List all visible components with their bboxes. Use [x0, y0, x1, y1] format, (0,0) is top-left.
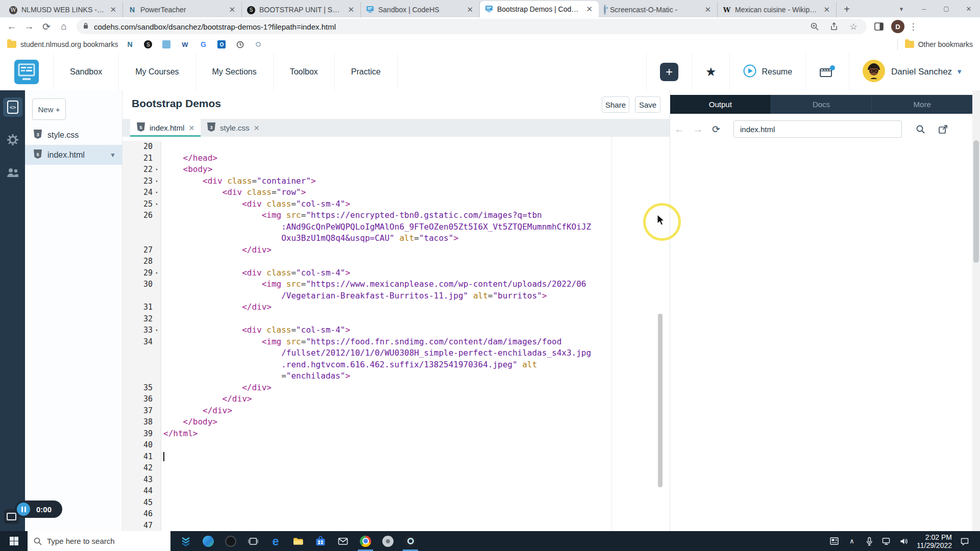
edge-icon[interactable]	[197, 531, 219, 551]
other-bookmarks-folder-icon[interactable]	[905, 41, 914, 48]
code-text[interactable]	[161, 462, 163, 474]
bookmarks-folder-icon[interactable]	[7, 41, 16, 48]
resume-button[interactable]: Resume	[729, 53, 805, 90]
code-line-35[interactable]: 35 </div>	[122, 382, 670, 394]
code-line-21[interactable]: 21 </head>	[122, 153, 670, 164]
browser-tab[interactable]: Screencast-O-Matic -✕	[599, 2, 718, 17]
files-panel-icon[interactable]: <>	[3, 97, 22, 117]
clock-icon[interactable]	[233, 38, 247, 51]
code-line-25[interactable]: 25▾ <div class="col-sm-4">	[122, 198, 670, 210]
fold-caret-icon[interactable]: ▾	[153, 198, 161, 210]
code-text[interactable]: </div>	[161, 302, 272, 313]
code-text[interactable]: Oxu3BzU1mQ8q4&usqp=CAU" alt="tacos">	[161, 233, 458, 244]
nav-my-sections[interactable]: My Sections	[195, 53, 273, 90]
bookmarks-folder-label[interactable]: student.nlmusd.org bookmarks	[20, 40, 118, 48]
user-menu[interactable]: Daniel Sanchez ▼	[849, 53, 980, 90]
google-icon[interactable]: G	[197, 38, 210, 51]
code-line-wrap[interactable]: ="enchiladas">	[122, 370, 670, 382]
tab-close-icon[interactable]: ✕	[703, 5, 712, 14]
save-button[interactable]: Save	[635, 96, 660, 113]
side-panel-icon[interactable]	[872, 19, 886, 34]
code-text[interactable]	[161, 497, 163, 509]
other-bookmarks-label[interactable]: Other bookmarks	[918, 40, 973, 48]
nav-toolbox[interactable]: Toolbox	[273, 53, 334, 90]
new-tab-button[interactable]: +	[840, 2, 854, 16]
collaborators-icon[interactable]	[3, 163, 22, 182]
browser-tab[interactable]: WMexican cuisine - Wikipedia✕	[718, 2, 837, 17]
code-line-39[interactable]: 39</html>	[122, 428, 670, 440]
editor-scrollbar[interactable]	[658, 314, 663, 487]
outlook-icon[interactable]: O	[215, 38, 228, 51]
code-text[interactable]	[161, 451, 164, 463]
store-icon[interactable]	[309, 531, 332, 551]
output-forward-icon[interactable]: →	[689, 123, 707, 135]
code-line-28[interactable]: 28	[122, 256, 670, 267]
page-scrollbar[interactable]	[972, 90, 980, 531]
code-text[interactable]: </div>	[161, 393, 252, 405]
zoom-icon[interactable]	[807, 19, 822, 34]
tab-close-icon[interactable]: ✕	[228, 5, 236, 14]
tab-close-icon[interactable]: ✕	[822, 5, 831, 14]
code-text[interactable]: /Vegetarian-Breakfast-Burritos-11.jpg" a…	[161, 290, 547, 302]
minimize-button[interactable]: –	[913, 0, 935, 17]
taskbar-search[interactable]: Type here to search	[28, 531, 170, 551]
forward-icon[interactable]: →	[20, 19, 38, 34]
tab-close-icon[interactable]: ✕	[188, 124, 194, 132]
dark-circle-icon[interactable]	[219, 531, 242, 551]
favorites-star-icon[interactable]: ★	[705, 65, 717, 79]
nav-sandbox[interactable]: Sandbox	[53, 53, 118, 90]
code-line-wrap[interactable]: /fullset/2012/10/1/0/WU0308H_simple-perf…	[122, 347, 670, 359]
code-line-32[interactable]: 32	[122, 313, 670, 325]
code-line-43[interactable]: 43	[122, 474, 670, 486]
code-text[interactable]: ="enchiladas">	[161, 370, 350, 382]
code-text[interactable]: </div>	[161, 382, 272, 394]
share-icon[interactable]	[827, 19, 841, 34]
output-tab-output[interactable]: Output	[670, 95, 771, 114]
code-line-37[interactable]: 37 </div>	[122, 405, 670, 417]
page-scrollbar-thumb[interactable]	[973, 140, 979, 263]
code-text[interactable]	[161, 508, 163, 520]
code-text[interactable]: </body>	[161, 416, 217, 428]
video-library-button[interactable]	[805, 53, 849, 90]
task-view-icon[interactable]	[242, 531, 264, 551]
file-explorer-icon[interactable]	[287, 531, 309, 551]
code-text[interactable]	[161, 313, 163, 325]
home-icon[interactable]: ⌂	[55, 19, 72, 34]
code-text[interactable]: <div class="container">	[161, 176, 316, 187]
mail-icon[interactable]	[332, 531, 354, 551]
code-line-wrap[interactable]: Oxu3BzU1mQ8q4&usqp=CAU" alt="tacos">	[122, 233, 670, 244]
code-text[interactable]: <div class="col-sm-4">	[161, 267, 350, 279]
code-text[interactable]	[161, 474, 163, 486]
code-line-45[interactable]: 45	[122, 497, 670, 509]
browser-tab[interactable]: Sandbox | CodeHS✕	[361, 2, 480, 17]
code-text[interactable]	[161, 141, 163, 153]
code-line-44[interactable]: 44	[122, 485, 670, 497]
file-item-style.css[interactable]: 3style.css	[25, 125, 122, 145]
back-icon[interactable]: ←	[3, 19, 20, 34]
fold-caret-icon[interactable]: ▾	[153, 267, 161, 279]
code-line-wrap[interactable]: /Vegetarian-Breakfast-Burritos-11.jpg" a…	[122, 290, 670, 302]
code-line-42[interactable]: 42	[122, 462, 670, 474]
fold-caret-icon[interactable]: ▾	[153, 176, 161, 187]
recorder-widget[interactable]: 0:00	[15, 500, 62, 518]
microphone-icon[interactable]	[862, 531, 877, 551]
screencast-chevrons-icon[interactable]	[175, 531, 197, 551]
nav-my-courses[interactable]: My Courses	[118, 53, 195, 90]
code-line-22[interactable]: 22▾ <body>	[122, 164, 670, 176]
powerteacher-icon[interactable]: N	[123, 38, 136, 51]
code-line-41[interactable]: 41	[122, 451, 670, 463]
browser-tab[interactable]: SBOOTSTRAP UNIT | Schoology✕	[242, 2, 361, 17]
output-tab-more[interactable]: More	[872, 95, 972, 114]
volume-icon[interactable]	[896, 531, 912, 551]
output-search-icon[interactable]	[909, 124, 932, 134]
restore-button[interactable]: ▢	[935, 0, 958, 17]
settings-gear-icon[interactable]	[3, 130, 22, 149]
news-widget-icon[interactable]	[827, 531, 842, 551]
code-text[interactable]: .rend.hgtvcom.616.462.suffix/13825419703…	[161, 359, 537, 371]
output-back-icon[interactable]: ←	[670, 123, 689, 135]
code-line-23[interactable]: 23▾ <div class="container">	[122, 176, 670, 187]
browser-tab[interactable]: Bootstrap Demos | CodeHS✕	[480, 1, 599, 17]
tab-close-icon[interactable]: ✕	[465, 5, 474, 14]
codehs-logo[interactable]	[0, 53, 53, 90]
code-text[interactable]: :ANd9GcQnPeWQPQLoIgMAlOn6_9FTeOZen05Zt5I…	[161, 221, 591, 233]
